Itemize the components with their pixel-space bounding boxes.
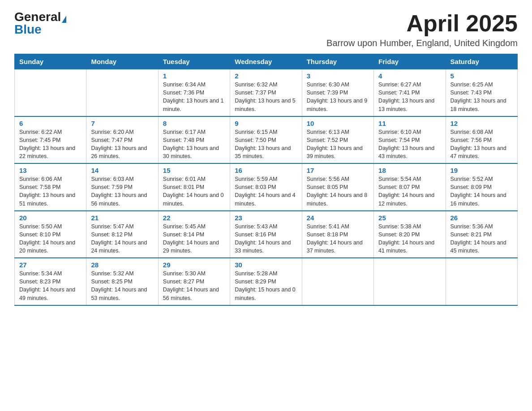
table-row: 2Sunrise: 6:32 AM Sunset: 7:37 PM Daylig…: [230, 69, 302, 116]
day-number: 25: [378, 214, 441, 222]
table-row: [86, 69, 158, 116]
table-row: 23Sunrise: 5:43 AM Sunset: 8:16 PM Dayli…: [230, 211, 302, 258]
table-row: 25Sunrise: 5:38 AM Sunset: 8:20 PM Dayli…: [374, 211, 446, 258]
table-row: 11Sunrise: 6:10 AM Sunset: 7:54 PM Dayli…: [374, 116, 446, 164]
day-info: Sunrise: 6:08 AM Sunset: 7:56 PM Dayligh…: [450, 128, 513, 161]
table-row: 27Sunrise: 5:34 AM Sunset: 8:23 PM Dayli…: [15, 258, 86, 305]
day-number: 19: [450, 167, 513, 174]
title-block: April 2025 Barrow upon Humber, England, …: [326, 11, 518, 48]
day-info: Sunrise: 6:03 AM Sunset: 7:59 PM Dayligh…: [91, 175, 153, 208]
day-info: Sunrise: 6:06 AM Sunset: 7:58 PM Dayligh…: [19, 175, 82, 208]
calendar-header-row: Sunday Monday Tuesday Wednesday Thursday…: [15, 54, 518, 69]
day-info: Sunrise: 5:30 AM Sunset: 8:27 PM Dayligh…: [163, 270, 225, 302]
day-info: Sunrise: 6:15 AM Sunset: 7:50 PM Dayligh…: [235, 128, 297, 161]
table-row: 16Sunrise: 5:59 AM Sunset: 8:03 PM Dayli…: [230, 163, 302, 211]
table-row: 24Sunrise: 5:41 AM Sunset: 8:18 PM Dayli…: [302, 211, 373, 258]
table-row: 9Sunrise: 6:15 AM Sunset: 7:50 PM Daylig…: [230, 116, 302, 164]
table-row: 28Sunrise: 5:32 AM Sunset: 8:25 PM Dayli…: [86, 258, 158, 305]
day-info: Sunrise: 5:50 AM Sunset: 8:10 PM Dayligh…: [19, 223, 82, 255]
table-row: 3Sunrise: 6:30 AM Sunset: 7:39 PM Daylig…: [302, 69, 373, 116]
table-row: 1Sunrise: 6:34 AM Sunset: 7:36 PM Daylig…: [158, 69, 230, 116]
day-info: Sunrise: 6:13 AM Sunset: 7:52 PM Dayligh…: [307, 128, 369, 161]
day-info: Sunrise: 6:30 AM Sunset: 7:39 PM Dayligh…: [307, 81, 369, 113]
day-number: 23: [235, 214, 297, 222]
table-row: [302, 258, 373, 305]
logo-general-text: General: [14, 10, 61, 24]
day-info: Sunrise: 5:36 AM Sunset: 8:21 PM Dayligh…: [450, 223, 513, 255]
col-header-friday: Friday: [374, 54, 446, 69]
day-info: Sunrise: 6:01 AM Sunset: 8:01 PM Dayligh…: [163, 175, 225, 208]
table-row: 19Sunrise: 5:52 AM Sunset: 8:09 PM Dayli…: [446, 163, 517, 211]
logo-general-row: General: [14, 11, 66, 23]
day-info: Sunrise: 5:34 AM Sunset: 8:23 PM Dayligh…: [19, 270, 82, 302]
table-row: 22Sunrise: 5:45 AM Sunset: 8:14 PM Dayli…: [158, 211, 230, 258]
col-header-tuesday: Tuesday: [158, 54, 230, 69]
logo-blue-row: Blue: [14, 23, 42, 36]
day-info: Sunrise: 6:25 AM Sunset: 7:43 PM Dayligh…: [450, 81, 513, 113]
col-header-wednesday: Wednesday: [230, 54, 302, 69]
day-info: Sunrise: 6:20 AM Sunset: 7:47 PM Dayligh…: [91, 128, 153, 161]
day-info: Sunrise: 5:28 AM Sunset: 8:29 PM Dayligh…: [235, 270, 297, 302]
day-info: Sunrise: 5:56 AM Sunset: 8:05 PM Dayligh…: [307, 175, 369, 208]
table-row: 14Sunrise: 6:03 AM Sunset: 7:59 PM Dayli…: [86, 163, 158, 211]
page-header: General Blue April 2025 Barrow upon Humb…: [14, 11, 518, 48]
table-row: 20Sunrise: 5:50 AM Sunset: 8:10 PM Dayli…: [15, 211, 86, 258]
col-header-saturday: Saturday: [446, 54, 517, 69]
day-number: 12: [450, 120, 513, 127]
col-header-thursday: Thursday: [302, 54, 373, 69]
day-info: Sunrise: 6:32 AM Sunset: 7:37 PM Dayligh…: [235, 81, 297, 113]
day-number: 5: [450, 72, 513, 80]
table-row: 5Sunrise: 6:25 AM Sunset: 7:43 PM Daylig…: [446, 69, 517, 116]
day-number: 4: [378, 72, 441, 80]
col-header-sunday: Sunday: [15, 54, 86, 69]
day-number: 27: [19, 261, 82, 269]
location-subtitle: Barrow upon Humber, England, United King…: [326, 38, 518, 48]
table-row: 30Sunrise: 5:28 AM Sunset: 8:29 PM Dayli…: [230, 258, 302, 305]
day-number: 14: [91, 167, 153, 174]
table-row: 18Sunrise: 5:54 AM Sunset: 8:07 PM Dayli…: [374, 163, 446, 211]
day-info: Sunrise: 6:22 AM Sunset: 7:45 PM Dayligh…: [19, 128, 82, 161]
day-info: Sunrise: 6:27 AM Sunset: 7:41 PM Dayligh…: [378, 81, 441, 113]
day-number: 11: [378, 120, 441, 127]
calendar-week-row: 1Sunrise: 6:34 AM Sunset: 7:36 PM Daylig…: [15, 69, 518, 116]
day-number: 30: [235, 261, 297, 269]
day-info: Sunrise: 5:52 AM Sunset: 8:09 PM Dayligh…: [450, 175, 513, 208]
table-row: [446, 258, 517, 305]
day-number: 15: [163, 167, 225, 174]
day-info: Sunrise: 5:45 AM Sunset: 8:14 PM Dayligh…: [163, 223, 225, 255]
calendar-week-row: 27Sunrise: 5:34 AM Sunset: 8:23 PM Dayli…: [15, 258, 518, 305]
calendar-week-row: 6Sunrise: 6:22 AM Sunset: 7:45 PM Daylig…: [15, 116, 518, 164]
table-row: 21Sunrise: 5:47 AM Sunset: 8:12 PM Dayli…: [86, 211, 158, 258]
day-number: 7: [91, 120, 153, 127]
calendar-table: Sunday Monday Tuesday Wednesday Thursday…: [14, 54, 518, 306]
day-info: Sunrise: 6:10 AM Sunset: 7:54 PM Dayligh…: [378, 128, 441, 161]
table-row: 8Sunrise: 6:17 AM Sunset: 7:48 PM Daylig…: [158, 116, 230, 164]
day-info: Sunrise: 5:38 AM Sunset: 8:20 PM Dayligh…: [378, 223, 441, 255]
table-row: [15, 69, 86, 116]
day-number: 20: [19, 214, 82, 222]
table-row: 17Sunrise: 5:56 AM Sunset: 8:05 PM Dayli…: [302, 163, 373, 211]
logo-triangle-icon: [62, 16, 66, 23]
table-row: 29Sunrise: 5:30 AM Sunset: 8:27 PM Dayli…: [158, 258, 230, 305]
day-number: 3: [307, 72, 369, 80]
day-number: 8: [163, 120, 225, 127]
day-info: Sunrise: 6:17 AM Sunset: 7:48 PM Dayligh…: [163, 128, 225, 161]
table-row: 13Sunrise: 6:06 AM Sunset: 7:58 PM Dayli…: [15, 163, 86, 211]
table-row: 10Sunrise: 6:13 AM Sunset: 7:52 PM Dayli…: [302, 116, 373, 164]
day-info: Sunrise: 5:43 AM Sunset: 8:16 PM Dayligh…: [235, 223, 297, 255]
day-number: 16: [235, 167, 297, 174]
day-number: 26: [450, 214, 513, 222]
logo-blue-text: Blue: [14, 22, 42, 36]
day-number: 6: [19, 120, 82, 127]
day-number: 9: [235, 120, 297, 127]
table-row: 4Sunrise: 6:27 AM Sunset: 7:41 PM Daylig…: [374, 69, 446, 116]
calendar-week-row: 20Sunrise: 5:50 AM Sunset: 8:10 PM Dayli…: [15, 211, 518, 258]
table-row: 7Sunrise: 6:20 AM Sunset: 7:47 PM Daylig…: [86, 116, 158, 164]
day-info: Sunrise: 5:47 AM Sunset: 8:12 PM Dayligh…: [91, 223, 153, 255]
day-info: Sunrise: 5:32 AM Sunset: 8:25 PM Dayligh…: [91, 270, 153, 302]
day-number: 10: [307, 120, 369, 127]
day-info: Sunrise: 6:34 AM Sunset: 7:36 PM Dayligh…: [163, 81, 225, 113]
calendar-week-row: 13Sunrise: 6:06 AM Sunset: 7:58 PM Dayli…: [15, 163, 518, 211]
table-row: [374, 258, 446, 305]
day-number: 21: [91, 214, 153, 222]
